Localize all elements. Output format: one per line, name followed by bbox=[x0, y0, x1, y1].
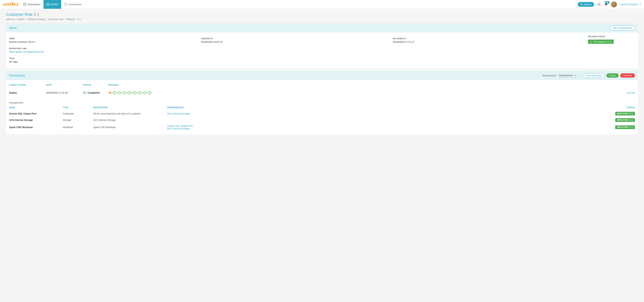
component-name: Spark CDP Workload bbox=[9, 126, 63, 129]
deploy-button[interactable]: Deploy bbox=[606, 73, 618, 78]
notification-badge: 99+ bbox=[605, 1, 610, 4]
page-title: Customer Risk 0.1 bbox=[6, 12, 638, 17]
created-label: CREATED AT bbox=[201, 38, 390, 40]
breadcrumb-item[interactable]: witboost bbox=[6, 18, 15, 21]
name-value: finance.customer-risk.0.1 bbox=[9, 41, 198, 43]
svg-rect-5 bbox=[25, 5, 26, 6]
repo-link[interactable]: https://gitlab.com/AgileFactory/W... bbox=[9, 51, 46, 53]
tags-label: TAGS bbox=[9, 57, 581, 59]
breadcrumb-item[interactable]: Customer Risk bbox=[48, 18, 64, 21]
step-icon: ✓ bbox=[113, 91, 116, 94]
user-name-label: Lorenzo Pirazzini bbox=[620, 3, 638, 6]
svg-point-7 bbox=[581, 3, 582, 5]
settings-icon[interactable] bbox=[597, 2, 601, 7]
deployed-badge: DEPLOYED(0.1) bbox=[615, 118, 635, 122]
repo-label: REPOSITORY LINK bbox=[9, 48, 581, 50]
component-description: GCS Internal Storage bbox=[93, 119, 167, 121]
component-description: All the most important risk traits of a … bbox=[93, 112, 167, 115]
environment-select[interactable]: Development bbox=[558, 73, 577, 78]
dependency-link[interactable]: GCS Internal Storage bbox=[167, 112, 221, 115]
action-value: Deploy bbox=[9, 91, 46, 94]
app-header: witbst Marketplace Builder Governance Se… bbox=[0, 0, 644, 9]
grid-icon bbox=[23, 3, 26, 6]
breadcrumb-separator: / bbox=[16, 18, 16, 21]
deployed-version: (0.1) bbox=[629, 119, 633, 121]
svg-text:i: i bbox=[111, 93, 111, 94]
components-title: Components bbox=[9, 101, 635, 104]
shield-icon bbox=[64, 3, 67, 6]
user-menu[interactable]: Lorenzo Pirazzini bbox=[620, 3, 641, 6]
release-status-label: RELEASE STATUS bbox=[588, 36, 635, 38]
about-card: About View in Marketplace NAME finance.c… bbox=[6, 23, 638, 68]
breadcrumb-item: 0.1 bbox=[78, 18, 81, 21]
deployed-version: (0.1) bbox=[629, 112, 633, 115]
component-row: Spark CDP WorkloadWorkloadSpark CDP Work… bbox=[9, 123, 635, 131]
comp-type-header: TYPE bbox=[63, 106, 93, 109]
col-date-header: DATE bbox=[46, 84, 83, 86]
view-marketplace-button[interactable]: View in Marketplace bbox=[610, 26, 635, 30]
dependency-link[interactable]: Dremio SQL Output Port bbox=[167, 125, 221, 127]
comp-name-header: NAME bbox=[9, 106, 63, 109]
code-icon bbox=[46, 3, 50, 6]
dependency-link[interactable]: GCS Internal Storage bbox=[167, 127, 221, 130]
step-icon: ✓ bbox=[148, 91, 151, 94]
avatar[interactable] bbox=[611, 1, 617, 8]
deployed-label: DEPLOYED bbox=[617, 119, 628, 121]
component-row: Dremio SQL Output PortOutputportAll the … bbox=[9, 110, 635, 117]
nav-marketplace[interactable]: Marketplace bbox=[20, 0, 44, 9]
show-descriptor-button[interactable]: Show Descriptor bbox=[583, 73, 605, 78]
breadcrumb-item[interactable]: Release bbox=[66, 18, 75, 21]
step-icon: ✓ bbox=[128, 91, 131, 94]
col-process-header: PROCESS bbox=[108, 84, 618, 86]
environment-label: Environment: bbox=[542, 74, 556, 77]
undeploy-button[interactable]: Undeploy bbox=[620, 73, 635, 78]
component-name: Dremio SQL Output Port bbox=[9, 112, 63, 115]
comp-status-header: STATUS bbox=[221, 106, 635, 109]
component-row: GCS Internal StorageStorageGCS Internal … bbox=[9, 117, 635, 123]
component-type: Workload bbox=[63, 126, 93, 129]
nav-governance[interactable]: Governance bbox=[61, 0, 84, 9]
status-completed: Completed bbox=[83, 91, 108, 94]
release-status-value: Development bbox=[594, 40, 606, 43]
search-button[interactable]: Search bbox=[578, 2, 594, 7]
release-status-badge: Development (0.1) bbox=[588, 40, 614, 44]
page-title-name: Customer Risk bbox=[6, 12, 32, 17]
created-value: 2024/03/28 10:07:24 bbox=[201, 41, 390, 43]
component-status-cell: DEPLOYED(0.1) bbox=[221, 112, 635, 116]
breadcrumb-item[interactable]: Builder bbox=[17, 18, 25, 21]
nav-label: Governance bbox=[68, 3, 82, 6]
breadcrumb-separator: / bbox=[64, 18, 65, 21]
component-dependencies: Dremio SQL Output PortGCS Internal Stora… bbox=[167, 125, 221, 130]
components-table-header: NAME TYPE DESCRIPTION DEPENDENCIES STATU… bbox=[9, 106, 635, 110]
tags-value: No Tags bbox=[9, 61, 581, 63]
component-status-cell: DEPLOYED(0.1) bbox=[221, 118, 635, 122]
log-file-link[interactable]: Log File bbox=[626, 91, 635, 94]
deployed-label: DEPLOYED bbox=[617, 126, 628, 128]
breadcrumb-item[interactable]: Software Catalog bbox=[28, 18, 46, 21]
step-icon: ✓ bbox=[133, 91, 136, 94]
provisioning-card: Provisioning Environment: Development Sh… bbox=[6, 71, 638, 134]
svg-rect-4 bbox=[23, 5, 24, 6]
component-dependencies: GCS Internal Storage bbox=[167, 112, 221, 115]
col-status-header: STATUS bbox=[83, 84, 108, 86]
col-action-header: LATEST ACTION bbox=[9, 84, 46, 86]
page-title-version: 0.1 bbox=[34, 12, 39, 17]
deployed-label: DEPLOYED bbox=[617, 112, 628, 115]
provisioning-table-header: LATEST ACTION DATE STATUS PROCESS bbox=[9, 83, 635, 88]
step-icon: ✓ bbox=[118, 91, 121, 94]
bug-icon: i bbox=[108, 91, 112, 95]
component-name: GCS Internal Storage bbox=[9, 119, 63, 121]
check-icon bbox=[590, 41, 592, 43]
svg-rect-3 bbox=[25, 3, 26, 4]
breadcrumb-separator: / bbox=[76, 18, 76, 21]
svg-rect-2 bbox=[23, 3, 24, 4]
notifications-icon[interactable]: 99+ bbox=[604, 3, 608, 6]
comp-desc-header: DESCRIPTION bbox=[93, 106, 167, 109]
search-icon bbox=[580, 3, 583, 6]
provisioning-title: Provisioning bbox=[9, 74, 25, 77]
process-steps: i ✓ ✓ ✓ ✓ ✓ ✓ ✓ ✓ bbox=[108, 91, 618, 95]
nav-builder[interactable]: Builder bbox=[44, 0, 61, 9]
name-label: NAME bbox=[9, 38, 198, 40]
main-nav: Marketplace Builder Governance bbox=[20, 0, 84, 9]
logo[interactable]: witbst bbox=[3, 2, 18, 7]
